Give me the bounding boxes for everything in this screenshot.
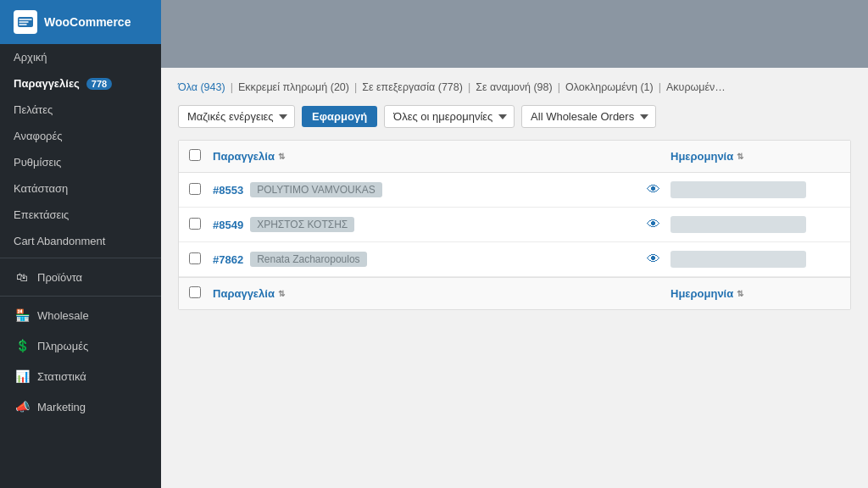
- sidebar-item-label: Πελάτες: [14, 103, 53, 116]
- view-order-icon[interactable]: 👁: [647, 217, 660, 232]
- footer-order-col: Παραγγελία ⇅: [213, 287, 670, 300]
- row-checkbox[interactable]: [189, 218, 201, 230]
- sidebar-item-marketing[interactable]: 📣 Marketing: [0, 391, 161, 422]
- orders-badge: 778: [86, 78, 112, 90]
- row-order-col: #8549 ΧΡΗΣΤΟΣ ΚΟΤΣΗΣ 👁: [213, 217, 670, 232]
- footer-date-col: Ημερομηνία ⇅: [670, 287, 840, 300]
- sidebar-item-label: Στατιστικά: [37, 370, 86, 383]
- top-banner: [161, 0, 868, 68]
- footer-order-label[interactable]: Παραγγελία ⇅: [213, 287, 285, 300]
- row-check[interactable]: [189, 218, 213, 232]
- row-checkbox[interactable]: [189, 183, 201, 195]
- stats-icon: 📊: [14, 368, 31, 385]
- sidebar-item-label: Κατάσταση: [14, 182, 68, 195]
- header-date-col: Ημερομηνία ⇅: [670, 150, 840, 163]
- wholesale-filter-select[interactable]: All Wholesale Orders: [521, 105, 656, 128]
- select-all-checkbox[interactable]: [189, 149, 201, 161]
- order-column-header[interactable]: Παραγγελία ⇅: [213, 150, 285, 163]
- sidebar-separator-2: [0, 296, 161, 297]
- sidebar-logo[interactable]: WooCommerce: [0, 0, 161, 44]
- date-value: [670, 251, 806, 268]
- sidebar-item-orders[interactable]: Παραγγελίες 778: [0, 70, 161, 97]
- sidebar-item-reports[interactable]: Αναφορές: [0, 123, 161, 149]
- header-order-col: Παραγγελία ⇅: [213, 150, 670, 163]
- filter-tab-completed[interactable]: Ολοκληρωμένη (1): [565, 81, 654, 93]
- sidebar-item-settings[interactable]: Ρυθμίσεις: [0, 149, 161, 175]
- footer-date-label[interactable]: Ημερομηνία ⇅: [670, 287, 840, 300]
- order-link[interactable]: #7862: [213, 253, 243, 266]
- footer-date-sort-icon: ⇅: [737, 289, 743, 298]
- order-sort-icon: ⇅: [278, 152, 285, 161]
- main-content: Όλα (943) | Εκκρεμεί πληρωμή (20) | Σε ε…: [161, 0, 868, 488]
- order-customer-name: POLYTIMO VAMVOUKAS: [250, 182, 382, 197]
- wholesale-icon: 🏪: [14, 307, 31, 324]
- apply-button[interactable]: Εφαρμογή: [302, 106, 377, 127]
- sidebar-item-label: Αρχική: [14, 51, 47, 64]
- row-date-col: [670, 216, 840, 233]
- sidebar-item-products[interactable]: 🛍 Προϊόντα: [0, 262, 161, 292]
- sidebar-item-customers[interactable]: Πελάτες: [0, 97, 161, 123]
- table-row: #8553 POLYTIMO VAMVOUKAS 👁: [179, 173, 850, 208]
- date-value: [670, 216, 806, 233]
- filter-tab-pending[interactable]: Εκκρεμεί πληρωμή (20): [238, 81, 349, 93]
- view-order-icon[interactable]: 👁: [647, 252, 660, 267]
- marketing-icon: 📣: [14, 398, 31, 415]
- sidebar-item-home[interactable]: Αρχική: [0, 44, 161, 70]
- payments-icon: 💲: [14, 337, 31, 354]
- toolbar: Μαζικές ενέργειες Εφαρμογή Όλες οι ημερο…: [178, 105, 851, 128]
- filter-tabs: Όλα (943) | Εκκρεμεί πληρωμή (20) | Σε ε…: [178, 81, 851, 93]
- view-order-icon[interactable]: 👁: [647, 182, 660, 197]
- filter-tab-cancelled[interactable]: Ακυρωμέν…: [666, 81, 726, 93]
- footer-select-all-checkbox[interactable]: [189, 286, 201, 298]
- sidebar-item-label: Ρυθμίσεις: [14, 156, 61, 169]
- row-order-col: #7862 Renata Zacharopoulos 👁: [213, 252, 670, 267]
- sidebar-item-wholesale[interactable]: 🏪 Wholesale: [0, 300, 161, 330]
- order-customer-name: ΧΡΗΣΤΟΣ ΚΟΤΣΗΣ: [250, 217, 354, 232]
- date-value: [670, 181, 806, 198]
- row-date-col: [670, 251, 840, 268]
- sidebar-separator: [0, 258, 161, 258]
- orders-table: Παραγγελία ⇅ Ημερομηνία ⇅ #8553: [178, 140, 851, 310]
- order-customer-name: Renata Zacharopoulos: [250, 252, 366, 267]
- sidebar-item-label: Πληρωμές: [37, 340, 88, 352]
- sidebar-item-status[interactable]: Κατάσταση: [0, 175, 161, 202]
- sidebar-item-label: Επεκτάσεις: [14, 208, 69, 221]
- sidebar-item-label: Cart Abandonment: [14, 235, 105, 247]
- row-checkbox[interactable]: [189, 252, 201, 264]
- sidebar-item-label: Προϊόντα: [37, 271, 82, 284]
- woocommerce-logo-icon: [14, 10, 37, 34]
- header-check[interactable]: [189, 149, 213, 164]
- table-footer-row: Παραγγελία ⇅ Ημερομηνία ⇅: [179, 277, 850, 309]
- products-icon: 🛍: [14, 269, 31, 286]
- sidebar-item-label: Παραγγελίες: [14, 77, 80, 90]
- sidebar-item-extensions[interactable]: Επεκτάσεις: [0, 202, 161, 228]
- sidebar-logo-text: WooCommerce: [44, 15, 131, 29]
- sidebar-item-label: Wholesale: [37, 309, 89, 322]
- content-area: Όλα (943) | Εκκρεμεί πληρωμή (20) | Σε ε…: [161, 68, 868, 488]
- row-check[interactable]: [189, 252, 213, 267]
- filter-tab-processing[interactable]: Σε επεξεργασία (778): [362, 81, 463, 93]
- sidebar: WooCommerce Αρχική Παραγγελίες 778 Πελάτ…: [0, 0, 161, 488]
- date-filter-select[interactable]: Όλες οι ημερομηνίες: [384, 105, 515, 128]
- footer-order-sort-icon: ⇅: [278, 289, 285, 298]
- table-row: #8549 ΧΡΗΣΤΟΣ ΚΟΤΣΗΣ 👁: [179, 208, 850, 242]
- sidebar-item-label: Αναφορές: [14, 130, 63, 142]
- footer-check[interactable]: [189, 286, 213, 301]
- sidebar-item-label: Marketing: [37, 401, 86, 413]
- row-check[interactable]: [189, 183, 213, 197]
- bulk-actions-select[interactable]: Μαζικές ενέργειες: [178, 105, 295, 128]
- sidebar-item-payments[interactable]: 💲 Πληρωμές: [0, 330, 161, 361]
- order-link[interactable]: #8553: [213, 184, 243, 197]
- order-link[interactable]: #8549: [213, 219, 243, 231]
- row-date-col: [670, 181, 840, 198]
- table-header-row: Παραγγελία ⇅ Ημερομηνία ⇅: [179, 141, 850, 173]
- filter-tab-onhold[interactable]: Σε αναμονή (98): [476, 81, 553, 93]
- date-column-header[interactable]: Ημερομηνία ⇅: [670, 150, 840, 163]
- date-sort-icon: ⇅: [737, 152, 743, 161]
- table-row: #7862 Renata Zacharopoulos 👁: [179, 242, 850, 277]
- row-order-col: #8553 POLYTIMO VAMVOUKAS 👁: [213, 182, 670, 197]
- sidebar-item-stats[interactable]: 📊 Στατιστικά: [0, 361, 161, 391]
- filter-tab-all[interactable]: Όλα (943): [178, 81, 225, 93]
- sidebar-item-cart-abandonment[interactable]: Cart Abandonment: [0, 228, 161, 254]
